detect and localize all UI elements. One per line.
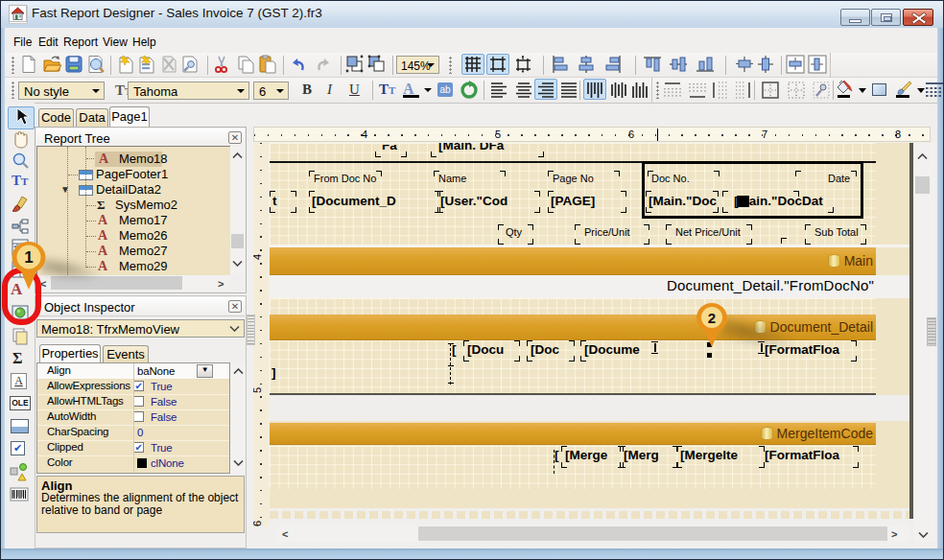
svg-text:1: 1	[24, 248, 33, 267]
svg-text:2: 2	[708, 310, 716, 326]
